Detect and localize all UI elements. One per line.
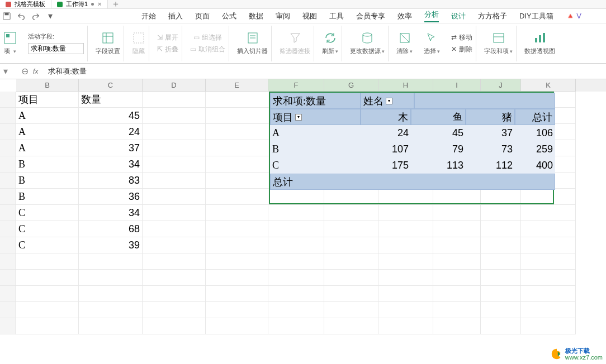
cell[interactable] xyxy=(324,237,378,253)
menu-ffgz[interactable]: 方方格子 xyxy=(478,11,507,21)
cell[interactable]: B xyxy=(16,156,79,173)
menu-start[interactable]: 开始 xyxy=(141,11,156,21)
cell[interactable]: B xyxy=(16,189,79,205)
pivot-col-header[interactable]: 总计 xyxy=(515,109,555,125)
cell[interactable] xyxy=(433,286,481,302)
menu-diy[interactable]: DIY工具箱 xyxy=(519,11,553,21)
row-header[interactable] xyxy=(0,108,16,124)
cell[interactable] xyxy=(79,302,143,318)
menu-formula[interactable]: 公式 xyxy=(222,11,236,21)
cell[interactable]: A xyxy=(16,140,79,156)
cell[interactable] xyxy=(521,205,576,221)
move-button[interactable]: ⇄移动 xyxy=(451,33,472,42)
cell[interactable] xyxy=(481,270,521,286)
ribbon-change-source[interactable]: 更改数据源▾ xyxy=(347,26,389,61)
cell[interactable] xyxy=(481,221,521,237)
cell[interactable] xyxy=(206,92,268,108)
pivot-value[interactable]: 106 xyxy=(515,125,555,141)
ribbon-hide[interactable]: 隐藏 xyxy=(129,26,149,61)
menu-design[interactable]: 设计 xyxy=(451,11,466,21)
pivot-value[interactable]: 175 xyxy=(361,157,411,174)
cell[interactable]: 项目 xyxy=(16,92,79,108)
tab-template[interactable]: 找格亮模板 xyxy=(0,0,51,8)
cell[interactable] xyxy=(143,108,206,124)
pivot-table[interactable]: 求和项:数量姓名▾项目▾木鱼猪总计A244537106B1077973259C1… xyxy=(269,92,554,204)
cell[interactable] xyxy=(378,270,433,286)
redo-icon[interactable] xyxy=(31,12,40,21)
cell[interactable] xyxy=(268,270,324,286)
pivot-col-header[interactable]: 猪 xyxy=(466,109,515,125)
name-box-dropdown[interactable]: ▾ xyxy=(3,66,17,76)
pivot-corner[interactable]: 求和项:数量 xyxy=(270,93,361,109)
cell[interactable] xyxy=(206,173,268,189)
cell[interactable] xyxy=(378,237,433,253)
pivot-value[interactable]: 107 xyxy=(361,141,411,157)
cell[interactable] xyxy=(16,253,79,270)
cell[interactable] xyxy=(378,221,433,237)
cell[interactable] xyxy=(143,140,206,156)
pivot-total-label[interactable]: 总计 xyxy=(270,174,555,190)
cell[interactable]: 68 xyxy=(79,221,143,237)
menu-review[interactable]: 审阅 xyxy=(276,11,290,21)
cell[interactable] xyxy=(433,205,481,221)
ribbon-field-settings[interactable]: 字段设置 xyxy=(92,26,124,61)
cell[interactable] xyxy=(79,318,143,334)
row-header[interactable] xyxy=(0,92,16,108)
cell[interactable] xyxy=(268,237,324,253)
menu-extra-icon[interactable]: 🔺 V xyxy=(566,12,581,20)
cell[interactable]: 36 xyxy=(79,189,143,205)
add-tab-button[interactable]: ＋ xyxy=(108,0,124,8)
column-header[interactable]: E xyxy=(206,79,268,92)
row-header[interactable] xyxy=(0,156,16,173)
cell[interactable] xyxy=(433,237,481,253)
pivot-row-label[interactable]: C xyxy=(270,157,361,174)
cell[interactable] xyxy=(481,302,521,318)
cell[interactable] xyxy=(481,237,521,253)
cell[interactable] xyxy=(324,221,378,237)
cell[interactable] xyxy=(79,253,143,270)
cell[interactable]: C xyxy=(16,237,79,253)
cell[interactable] xyxy=(268,221,324,237)
ribbon-select[interactable]: 选择▾ xyxy=(420,26,443,61)
cell[interactable] xyxy=(378,253,433,270)
fx-icon[interactable]: fx xyxy=(33,68,38,75)
formula-content[interactable]: 求和项:数量 xyxy=(48,66,87,76)
row-header[interactable] xyxy=(0,270,16,286)
cell[interactable] xyxy=(378,302,433,318)
cell[interactable]: 37 xyxy=(79,140,143,156)
pivot-value[interactable]: 113 xyxy=(411,157,466,174)
cell[interactable] xyxy=(143,318,206,334)
close-icon[interactable]: ✕ xyxy=(97,1,102,7)
cell[interactable] xyxy=(268,205,324,221)
pivot-col-field[interactable]: 姓名▾ xyxy=(361,93,414,109)
cell[interactable] xyxy=(206,253,268,270)
cell[interactable] xyxy=(268,318,324,334)
delete-button[interactable]: ✕删除 xyxy=(451,45,472,54)
cell[interactable] xyxy=(324,270,378,286)
column-header[interactable]: J xyxy=(481,79,521,92)
cell[interactable] xyxy=(143,156,206,173)
pivot-row-label[interactable]: B xyxy=(270,141,361,157)
pivot-hdr-blank[interactable] xyxy=(414,93,555,109)
row-header[interactable] xyxy=(0,221,16,237)
row-header[interactable] xyxy=(0,124,16,140)
pivot-value[interactable]: 45 xyxy=(411,125,466,141)
row-header[interactable] xyxy=(0,205,16,221)
cell[interactable] xyxy=(206,221,268,237)
cell[interactable] xyxy=(206,189,268,205)
row-header[interactable] xyxy=(0,286,16,302)
cell[interactable] xyxy=(481,253,521,270)
cell[interactable] xyxy=(206,140,268,156)
ribbon-clear[interactable]: 清除▾ xyxy=(393,26,416,61)
column-header[interactable]: H xyxy=(378,79,433,92)
zoom-out-icon[interactable]: ⊖ xyxy=(21,66,29,76)
cell[interactable] xyxy=(433,221,481,237)
row-header[interactable] xyxy=(0,173,16,189)
pivot-value[interactable]: 400 xyxy=(515,157,555,174)
cell[interactable]: C xyxy=(16,221,79,237)
row-header[interactable] xyxy=(0,302,16,318)
row-header[interactable] xyxy=(0,253,16,270)
ribbon-fields-items[interactable]: 字段和项▾ xyxy=(481,26,517,61)
cell[interactable] xyxy=(143,302,206,318)
cell[interactable] xyxy=(206,302,268,318)
